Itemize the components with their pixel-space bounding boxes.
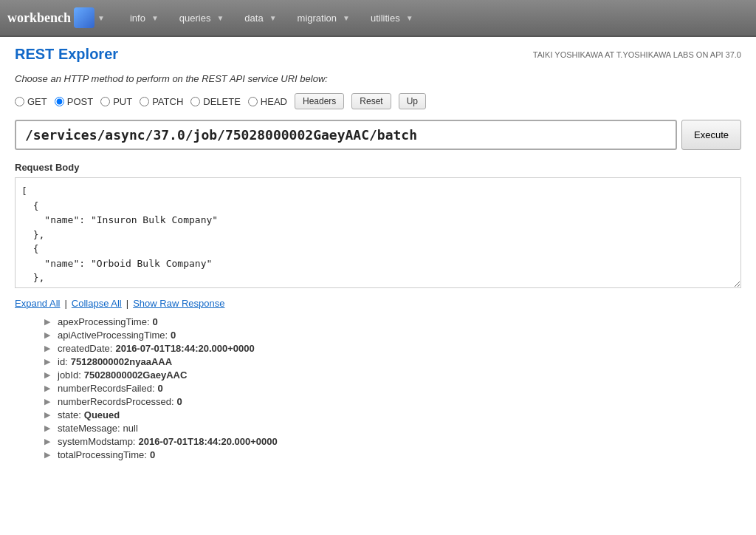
method-delete-label: DELETE xyxy=(203,96,241,107)
nav-queries-arrow-icon: ▼ xyxy=(216,14,224,22)
response-field-item: ▶totalProcessingTime:0 xyxy=(44,449,741,460)
nav-item-queries[interactable]: queries ▼ xyxy=(169,0,235,35)
expand-field-icon[interactable]: ▶ xyxy=(44,370,53,380)
field-name: numberRecordsProcessed: xyxy=(58,396,174,407)
expand-field-icon[interactable]: ▶ xyxy=(44,437,53,446)
field-name: createdDate: xyxy=(58,343,112,354)
field-value: 0 xyxy=(171,330,176,341)
nav-item-data[interactable]: data ▼ xyxy=(234,0,286,35)
method-post-label: POST xyxy=(67,96,93,107)
field-value: Queued xyxy=(84,409,120,420)
field-value: 75028000002GaeyAAC xyxy=(84,369,188,381)
field-value: 0 xyxy=(153,316,158,327)
field-name: apexProcessingTime: xyxy=(58,316,150,327)
logo-dropdown-icon[interactable]: ▼ xyxy=(97,14,105,22)
headers-button[interactable]: Headers xyxy=(295,93,344,109)
response-field-item: ▶stateMessage:null xyxy=(44,423,741,434)
expand-field-icon[interactable]: ▶ xyxy=(44,330,53,340)
up-button[interactable]: Up xyxy=(399,93,426,109)
response-list: ▶apexProcessingTime:0▶apiActiveProcessin… xyxy=(44,316,741,460)
nav-data-arrow-icon: ▼ xyxy=(269,14,277,22)
execute-button[interactable]: Execute xyxy=(681,120,741,150)
expand-field-icon[interactable]: ▶ xyxy=(44,317,53,327)
reset-button[interactable]: Reset xyxy=(351,93,391,109)
method-post[interactable]: POST xyxy=(55,96,93,107)
nav-utilities-arrow-icon: ▼ xyxy=(406,14,413,22)
method-delete[interactable]: DELETE xyxy=(190,96,241,107)
logo-cube-icon xyxy=(74,7,94,28)
expand-all-link[interactable]: Expand All xyxy=(15,298,60,309)
field-name: id: xyxy=(58,356,68,367)
response-field-item: ▶systemModstamp:2016-07-01T18:44:20.000+… xyxy=(44,436,741,447)
sep2: | xyxy=(126,298,128,309)
nav-info-label: info xyxy=(130,13,145,24)
method-head-label: HEAD xyxy=(261,96,287,107)
request-body-section: Request Body xyxy=(15,162,741,290)
field-name: numberRecordsFailed: xyxy=(58,383,155,394)
field-value: 2016-07-01T18:44:20.000+0000 xyxy=(138,436,277,447)
response-field-item: ▶numberRecordsFailed:0 xyxy=(44,383,741,394)
radio-head[interactable] xyxy=(248,97,258,106)
field-value: null xyxy=(123,423,138,434)
expand-field-icon[interactable]: ▶ xyxy=(44,384,53,393)
response-field-item: ▶state:Queued xyxy=(44,409,741,420)
expand-field-icon[interactable]: ▶ xyxy=(44,397,53,406)
field-value: 2016-07-01T18:44:20.000+0000 xyxy=(115,343,254,354)
collapse-all-link[interactable]: Collapse All xyxy=(72,298,122,309)
response-field-item: ▶numberRecordsProcessed:0 xyxy=(44,396,741,407)
main-content: Choose an HTTP method to perform on the … xyxy=(0,66,756,470)
field-value: 0 xyxy=(150,449,155,460)
expand-field-icon[interactable]: ▶ xyxy=(44,357,53,367)
method-patch-label: PATCH xyxy=(152,96,183,107)
response-field-item: ▶createdDate:2016-07-01T18:44:20.000+000… xyxy=(44,343,741,354)
logo-text: workbench xyxy=(7,10,71,26)
nav-item-utilities[interactable]: utilities ▼ xyxy=(360,0,424,35)
method-put-label: PUT xyxy=(113,96,132,107)
method-patch[interactable]: PATCH xyxy=(140,96,183,107)
top-nav: workbench ▼ info ▼ queries ▼ data ▼ migr… xyxy=(0,0,756,37)
radio-delete[interactable] xyxy=(190,97,200,106)
expand-bar: Expand All | Collapse All | Show Raw Res… xyxy=(15,298,741,309)
nav-data-label: data xyxy=(244,13,263,24)
nav-migration-label: migration xyxy=(298,13,337,24)
url-input[interactable] xyxy=(15,120,677,150)
description-text: Choose an HTTP method to perform on the … xyxy=(15,73,741,84)
nav-item-migration[interactable]: migration ▼ xyxy=(287,0,360,35)
field-name: state: xyxy=(58,409,81,420)
user-info: TAIKI YOSHIKAWA AT T.YOSHIKAWA LABS ON A… xyxy=(533,50,741,59)
response-field-item: ▶id:75128000002nyaaAAA xyxy=(44,356,741,367)
field-name: totalProcessingTime: xyxy=(58,449,147,460)
method-head[interactable]: HEAD xyxy=(248,96,287,107)
nav-queries-label: queries xyxy=(179,13,211,24)
radio-get[interactable] xyxy=(15,97,24,106)
page-header: REST Explorer TAIKI YOSHIKAWA AT T.YOSHI… xyxy=(0,37,756,66)
field-value: 0 xyxy=(177,396,182,407)
show-raw-link[interactable]: Show Raw Response xyxy=(133,298,224,309)
field-name: apiActiveProcessingTime: xyxy=(58,330,168,341)
response-field-item: ▶apexProcessingTime:0 xyxy=(44,316,741,327)
nav-info-arrow-icon: ▼ xyxy=(151,14,159,22)
expand-field-icon[interactable]: ▶ xyxy=(44,344,53,353)
page-title: REST Explorer xyxy=(15,46,118,63)
nav-utilities-label: utilities xyxy=(371,13,400,24)
field-value: 75128000002nyaaAAA xyxy=(71,356,172,367)
nav-migration-arrow-icon: ▼ xyxy=(343,14,350,22)
request-body-label: Request Body xyxy=(15,162,741,173)
radio-put[interactable] xyxy=(100,97,110,106)
expand-field-icon[interactable]: ▶ xyxy=(44,410,53,420)
url-row: Execute xyxy=(15,120,741,150)
sep1: | xyxy=(64,298,66,309)
field-name: jobId: xyxy=(58,369,81,381)
logo-area: workbench ▼ xyxy=(7,7,105,28)
expand-field-icon[interactable]: ▶ xyxy=(44,423,53,433)
field-value: 0 xyxy=(158,383,163,394)
method-put[interactable]: PUT xyxy=(100,96,132,107)
method-get[interactable]: GET xyxy=(15,96,47,107)
radio-post[interactable] xyxy=(55,97,64,106)
method-row: GET POST PUT PATCH DELETE HEAD Headers R… xyxy=(15,93,741,109)
expand-field-icon[interactable]: ▶ xyxy=(44,450,53,460)
response-field-item: ▶jobId:75028000002GaeyAAC xyxy=(44,369,741,381)
nav-item-info[interactable]: info ▼ xyxy=(120,0,169,35)
radio-patch[interactable] xyxy=(140,97,149,106)
request-body-textarea[interactable] xyxy=(15,177,741,288)
